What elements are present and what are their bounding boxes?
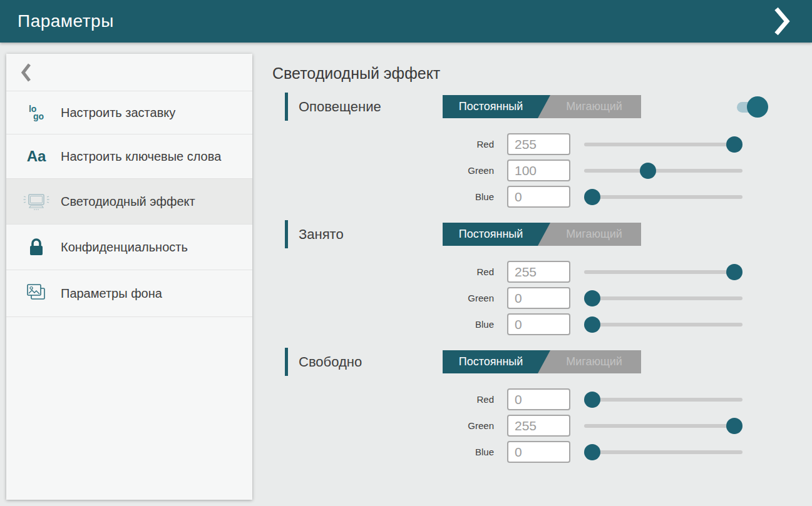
slider-thumb[interactable] <box>584 316 600 333</box>
section-notification: Оповещение Мигающий Постоянный Red <box>272 92 812 208</box>
green-value-input[interactable] <box>507 159 570 181</box>
green-slider[interactable] <box>584 163 743 179</box>
page-title: Параметры <box>18 11 114 31</box>
channel-row-red: Red <box>272 133 812 155</box>
blue-slider[interactable] <box>584 316 743 333</box>
main-title: Светодиодный эффект <box>272 64 812 83</box>
green-slider[interactable] <box>584 290 743 306</box>
background-icon <box>21 283 51 303</box>
red-slider[interactable] <box>584 392 743 408</box>
mode-option-constant[interactable]: Постоянный <box>443 350 550 373</box>
slider-track <box>584 450 743 454</box>
mode-option-blinking[interactable]: Мигающий <box>547 350 641 373</box>
main-content: Светодиодный эффект Оповещение Мигающий … <box>272 59 812 475</box>
chevron-left-icon <box>21 63 31 82</box>
logo-icon: logo <box>21 105 51 120</box>
red-value-input[interactable] <box>507 133 570 155</box>
blue-value-input[interactable] <box>507 441 570 463</box>
slider-track <box>584 398 743 402</box>
mode-option-blinking[interactable]: Мигающий <box>547 223 641 246</box>
channel-row-blue: Blue <box>272 186 812 208</box>
sidebar-item-label: Настроить ключевые слова <box>61 148 221 164</box>
red-value-input[interactable] <box>507 388 570 410</box>
slider-thumb[interactable] <box>584 290 600 306</box>
chevron-right-icon[interactable] <box>769 6 794 36</box>
green-slider[interactable] <box>584 418 743 434</box>
mode-segmented-control: Мигающий Постоянный <box>443 95 641 118</box>
section-label: Занято <box>299 226 443 243</box>
slider-track <box>584 143 743 146</box>
channel-row-blue: Blue <box>272 313 812 335</box>
slider-track <box>584 270 743 274</box>
slider-track <box>584 296 743 300</box>
sidebar-item-label: Светодиодный эффект <box>61 193 195 210</box>
sidebar-item-background[interactable]: Параметры фона <box>6 270 252 317</box>
channel-row-blue: Blue <box>272 441 812 463</box>
slider-thumb[interactable] <box>584 189 600 205</box>
mode-segmented-control: Мигающий Постоянный <box>443 223 641 246</box>
sidebar-item-screensaver[interactable]: logo Настроить заставку <box>6 91 252 134</box>
mode-option-constant[interactable]: Постоянный <box>443 95 550 118</box>
lock-icon <box>21 238 51 256</box>
keywords-icon: Aa <box>21 148 51 165</box>
mode-segmented-control: Мигающий Постоянный <box>443 350 641 373</box>
section-accent-bar <box>285 220 288 248</box>
sidebar-item-keywords[interactable]: Aa Настроить ключевые слова <box>6 134 252 179</box>
channel-row-green: Green <box>272 159 812 181</box>
app-header: Параметры <box>0 0 812 43</box>
mode-option-blinking[interactable]: Мигающий <box>547 95 641 118</box>
blue-slider[interactable] <box>584 189 743 205</box>
channel-row-red: Red <box>272 261 812 283</box>
section-accent-bar <box>285 93 288 121</box>
sidebar-item-label: Конфиденциальность <box>61 239 188 255</box>
slider-thumb[interactable] <box>584 392 600 408</box>
red-value-input[interactable] <box>507 261 570 283</box>
slider-track <box>584 169 743 173</box>
slider-track <box>584 424 743 428</box>
green-value-input[interactable] <box>507 287 570 309</box>
sidebar-item-led-effect[interactable]: Светодиодный эффект <box>6 179 252 225</box>
slider-thumb[interactable] <box>726 418 743 434</box>
sidebar-item-privacy[interactable]: Конфиденциальность <box>6 225 252 270</box>
blue-value-input[interactable] <box>507 186 570 208</box>
slider-thumb[interactable] <box>584 444 600 460</box>
channel-row-red: Red <box>272 388 812 410</box>
section-label: Свободно <box>299 354 443 370</box>
slider-thumb[interactable] <box>640 163 656 179</box>
toggle-knob <box>747 96 768 118</box>
mode-option-constant[interactable]: Постоянный <box>443 223 550 246</box>
blue-value-input[interactable] <box>507 313 570 335</box>
section-accent-bar <box>285 348 288 376</box>
channel-row-green: Green <box>272 415 812 437</box>
sidebar: logo Настроить заставку Aa Настроить клю… <box>6 54 252 500</box>
sidebar-item-label: Настроить заставку <box>61 104 175 121</box>
section-free: Свободно Мигающий Постоянный Red G <box>272 347 812 463</box>
slider-track <box>584 323 743 326</box>
slider-thumb[interactable] <box>726 264 743 280</box>
green-value-input[interactable] <box>507 415 570 437</box>
red-slider[interactable] <box>584 136 743 153</box>
section-busy: Занято Мигающий Постоянный Red Gre <box>272 220 812 335</box>
section-label: Оповещение <box>299 99 443 115</box>
blue-slider[interactable] <box>584 444 743 460</box>
slider-thumb[interactable] <box>726 136 743 153</box>
notification-toggle[interactable] <box>737 96 767 118</box>
sidebar-item-label: Параметры фона <box>61 285 162 301</box>
red-slider[interactable] <box>584 264 743 280</box>
channel-row-green: Green <box>272 287 812 309</box>
slider-track <box>584 195 743 199</box>
sidebar-back-button[interactable] <box>6 54 252 91</box>
led-effect-icon <box>21 192 51 211</box>
